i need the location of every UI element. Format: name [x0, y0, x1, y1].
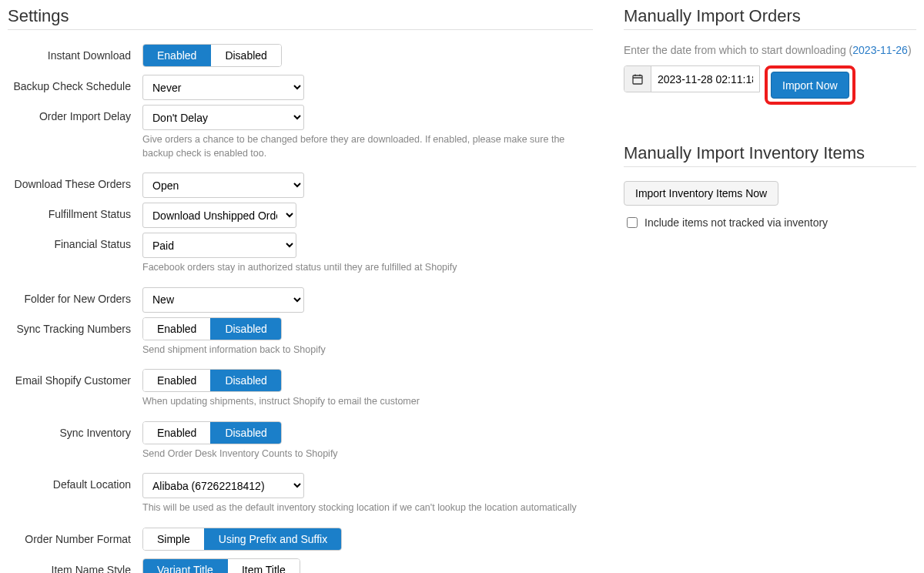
include-untracked-label: Include items not tracked via inventory [644, 216, 828, 229]
select-download-these[interactable]: Open [142, 173, 304, 198]
toggle-sync-inventory-enabled[interactable]: Enabled [143, 422, 210, 444]
row-sync-inventory: Sync Inventory Enabled Disabled Send Ord… [8, 421, 593, 469]
section-manual-import-inventory: Manually Import Inventory Items Import I… [624, 143, 916, 230]
include-untracked-row[interactable]: Include items not tracked via inventory [624, 215, 916, 230]
help-default-location: This will be used as the default invento… [142, 501, 593, 515]
row-default-location: Default Location Alibaba (67262218412) T… [8, 473, 593, 523]
select-fulfillment-status[interactable]: Download Unshipped Orders [142, 203, 296, 228]
toggle-instant-download-enabled[interactable]: Enabled [143, 45, 210, 66]
manual-orders-hint: Enter the date from which to start downl… [624, 44, 916, 56]
label-sync-tracking: Sync Tracking Numbers [8, 317, 142, 335]
divider [624, 166, 916, 167]
toggle-item-name-style-variant[interactable]: Variant Title [143, 559, 227, 574]
row-backup-check: Backup Check Schedule Never [8, 75, 593, 100]
label-financial-status: Financial Status [8, 233, 142, 250]
select-financial-status[interactable]: Paid [142, 233, 296, 258]
row-folder-new: Folder for New Orders New [8, 287, 593, 313]
divider [624, 29, 916, 30]
toggle-instant-download[interactable]: Enabled Disabled [142, 44, 282, 67]
toggle-sync-tracking-disabled[interactable]: Disabled [210, 318, 280, 340]
manual-inventory-title: Manually Import Inventory Items [624, 143, 916, 163]
row-item-name-style: Item Name Style Variant Title Item Title [8, 558, 593, 574]
import-now-highlight: Import Now [765, 65, 855, 105]
toggle-sync-tracking[interactable]: Enabled Disabled [142, 317, 282, 340]
label-fulfillment-status: Fulfillment Status [8, 203, 142, 220]
label-default-location: Default Location [8, 473, 142, 491]
toggle-email-customer-disabled[interactable]: Disabled [210, 370, 280, 391]
import-now-button[interactable]: Import Now [771, 72, 849, 99]
label-instant-download: Instant Download [8, 44, 142, 62]
row-sync-tracking: Sync Tracking Numbers Enabled Disabled S… [8, 317, 593, 365]
select-folder-new[interactable]: New [142, 287, 304, 313]
row-download-these: Download These Orders Open [8, 173, 593, 198]
row-financial-status: Financial Status Paid Facebook orders st… [8, 233, 593, 283]
label-order-import-delay: Order Import Delay [8, 105, 142, 122]
select-order-import-delay[interactable]: Don't Delay [142, 105, 304, 130]
calendar-icon[interactable] [624, 66, 651, 92]
input-import-date[interactable] [651, 66, 759, 92]
label-folder-new: Folder for New Orders [8, 287, 142, 305]
select-default-location[interactable]: Alibaba (67262218412) [142, 473, 304, 498]
label-backup-check: Backup Check Schedule [8, 75, 142, 92]
settings-title: Settings [8, 6, 593, 26]
label-sync-inventory: Sync Inventory [8, 421, 142, 439]
label-item-name-style: Item Name Style [8, 558, 142, 574]
toggle-order-number-format[interactable]: Simple Using Prefix and Suffix [142, 528, 342, 551]
help-email-customer: When updating shipments, instruct Shopif… [142, 395, 593, 409]
svg-rect-0 [633, 75, 642, 84]
row-instant-download: Instant Download Enabled Disabled [8, 44, 593, 67]
toggle-sync-tracking-enabled[interactable]: Enabled [143, 318, 210, 340]
label-order-number-format: Order Number Format [8, 528, 142, 545]
toggle-email-customer[interactable]: Enabled Disabled [142, 369, 282, 392]
section-manual-import-orders: Manually Import Orders Enter the date fr… [624, 6, 916, 105]
checkbox-include-untracked[interactable] [627, 217, 638, 228]
toggle-item-name-style[interactable]: Variant Title Item Title [142, 558, 300, 574]
help-order-import-delay: Give orders a chance to be changed befor… [142, 133, 593, 160]
label-download-these: Download These Orders [8, 173, 142, 190]
hint-text-post: ) [908, 44, 912, 56]
row-fulfillment-status: Fulfillment Status Download Unshipped Or… [8, 203, 593, 228]
import-inventory-button[interactable]: Import Inventory Items Now [624, 181, 778, 206]
toggle-order-number-format-prefix[interactable]: Using Prefix and Suffix [204, 528, 341, 550]
toggle-email-customer-enabled[interactable]: Enabled [143, 370, 210, 391]
divider [8, 29, 593, 30]
manual-orders-title: Manually Import Orders [624, 6, 916, 26]
help-sync-tracking: Send shipment information back to Shopif… [142, 343, 593, 357]
toggle-instant-download-disabled[interactable]: Disabled [210, 45, 280, 66]
help-financial-status: Facebook orders stay in authorized statu… [142, 261, 593, 275]
toggle-item-name-style-item[interactable]: Item Title [227, 559, 300, 574]
toggle-order-number-format-simple[interactable]: Simple [143, 528, 204, 550]
hint-text-pre: Enter the date from which to start downl… [624, 44, 852, 56]
label-email-customer: Email Shopify Customer [8, 369, 142, 387]
select-backup-check[interactable]: Never [142, 75, 304, 100]
toggle-sync-inventory[interactable]: Enabled Disabled [142, 421, 282, 444]
example-date-link[interactable]: 2023-11-26 [852, 44, 908, 56]
toggle-sync-inventory-disabled[interactable]: Disabled [210, 422, 280, 444]
import-date-group [624, 65, 760, 92]
row-order-import-delay: Order Import Delay Don't Delay Give orde… [8, 105, 593, 168]
help-sync-inventory: Send Order Desk Inventory Counts to Shop… [142, 447, 593, 461]
row-email-customer: Email Shopify Customer Enabled Disabled … [8, 369, 593, 417]
row-order-number-format: Order Number Format Simple Using Prefix … [8, 528, 593, 551]
